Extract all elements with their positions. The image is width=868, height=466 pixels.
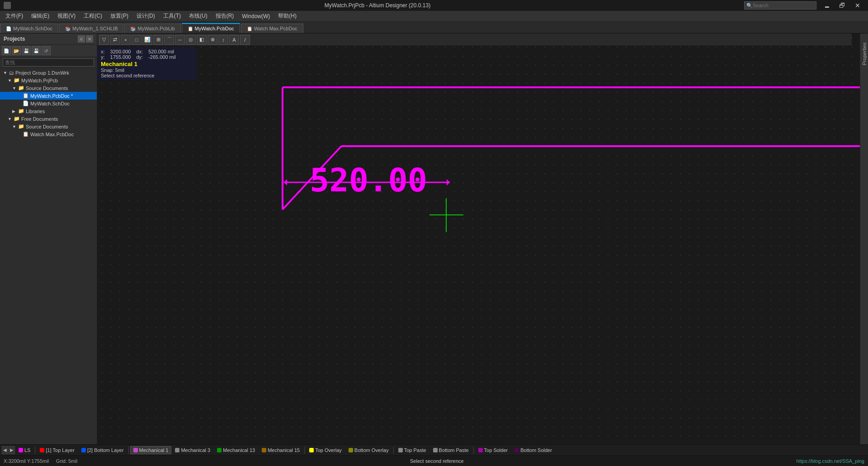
tree-item-3[interactable]: 📋 MyWatch.PcbDoc * [0, 92, 97, 100]
menu-file[interactable]: 文件(F) [2, 11, 27, 21]
layer-mech13[interactable]: Mechanical 13 [214, 446, 258, 454]
coord-overlay: x: 3200.000 dx: 520.000 mil y: 1755.000 … [97, 47, 197, 80]
panel-save-btn[interactable]: 💾 [22, 46, 31, 55]
line-btn[interactable]: / [240, 35, 250, 45]
layer-dot-mech15 [262, 448, 266, 452]
layer-top[interactable]: [1] Top Layer [37, 446, 77, 454]
menu-design[interactable]: 设计(D) [133, 11, 159, 21]
measure-btn[interactable]: ↔ [175, 35, 185, 45]
tab-watchmax[interactable]: 📋 Watch Max.PcbDoc [241, 24, 303, 33]
layer-dot-topoverlay [309, 448, 314, 452]
tree-item-2[interactable]: ▼ 📁 Source Documents [0, 84, 97, 92]
layer-dot-ls [19, 448, 23, 452]
filter-btn[interactable]: ▽ [99, 35, 109, 45]
menu-view[interactable]: 视图(V) [54, 11, 79, 21]
menu-project[interactable]: 工程(C) [80, 11, 106, 21]
layer-toppaste[interactable]: Top Paste [395, 446, 429, 454]
dim-arrow-left [284, 179, 287, 185]
tree-item-6[interactable]: ▼ 📁 Free Documents [0, 115, 97, 123]
panel-saveall-btn[interactable]: 💾 [32, 46, 41, 55]
via-btn[interactable]: ◎ [186, 35, 196, 45]
chart-btn[interactable]: 📊 [142, 35, 152, 45]
keepout-btn[interactable]: ⊗ [208, 35, 217, 45]
text-btn[interactable]: A [229, 35, 239, 45]
tree-item-0[interactable]: ▼ 🗂 Project Group 1.DsnWrk [0, 69, 97, 76]
layer-mech3[interactable]: Mechanical 3 [172, 446, 213, 454]
select-info: Select second reference [101, 73, 193, 78]
pcb-canvas: 520.00 [97, 33, 860, 444]
snap-info: Snap: 5mil [101, 67, 193, 73]
route-btn[interactable]: ⌒ [164, 35, 174, 45]
menu-report[interactable]: 报告(R) [212, 11, 238, 21]
menu-route[interactable]: 布线(U) [185, 11, 211, 21]
tree-item-7[interactable]: ▼ 📁 Source Documents [0, 123, 97, 130]
main-area: Projects ≡ ✕ 📄 📂 💾 💾 ↺ ▼ 🗂 Project Group… [0, 33, 868, 444]
tree-item-5[interactable]: ▶ 📁 Libraries [0, 107, 97, 115]
menubar: 文件(F) 编辑(E) 视图(V) 工程(C) 放置(P) 设计(D) 工具(T… [0, 11, 868, 22]
y-value: 1755.000 [110, 54, 131, 60]
layer-botsolder[interactable]: Bottom Solder [511, 446, 555, 454]
status-coord: X:3200mil Y:1755mil [4, 458, 49, 464]
tab-schdoc[interactable]: 📄 MyWatch.SchDoc [0, 24, 58, 33]
interactive-btn[interactable]: ⇄ [110, 35, 120, 45]
restore-button[interactable]: 🗗 [835, 1, 849, 10]
minimize-button[interactable]: 🗕 [820, 1, 834, 10]
menu-help[interactable]: 帮助(H) [274, 11, 300, 21]
status-grid: Grid: 5mil [56, 458, 77, 464]
layer-topoverlay[interactable]: Top Overlay [306, 446, 345, 454]
layer-dot-botpaste [433, 448, 438, 452]
tree-icon-2: 📁 [18, 85, 24, 91]
search-input[interactable] [753, 3, 811, 8]
add-btn[interactable]: + [121, 35, 131, 45]
layer-btn[interactable]: ◧ [197, 35, 207, 45]
menu-tools[interactable]: 工具(T) [160, 11, 184, 21]
layer-botpaste[interactable]: Bottom Paste [430, 446, 472, 454]
tab-pcblib-icon: 📚 [130, 26, 136, 31]
tree-icon-7: 📁 [18, 124, 24, 129]
menu-window[interactable]: Window(W) [238, 12, 274, 20]
layer-topsolder[interactable]: Top Solder [475, 446, 511, 454]
panel-open-btn[interactable]: 📂 [12, 46, 21, 55]
rect-btn[interactable]: □ [132, 35, 142, 45]
tree-arrow-0: ▼ [3, 71, 8, 75]
coord-y-line: y: 1755.000 dy: -265.000 mil [101, 54, 193, 60]
panel-refresh-btn[interactable]: ↺ [42, 46, 51, 55]
layer-botoverlay[interactable]: Bottom Overlay [345, 446, 392, 454]
tree-item-4[interactable]: 📄 MyWatch.SchDoc [0, 100, 97, 107]
layerbar: ◀ ▶ LS [1] Top Layer [2] Bottom Layer Me… [0, 444, 868, 455]
layer-mech1[interactable]: Mechanical 1 [130, 446, 172, 454]
left-panel: Projects ≡ ✕ 📄 📂 💾 💾 ↺ ▼ 🗂 Project Group… [0, 33, 97, 444]
dim-btn[interactable]: ↕ [218, 35, 228, 45]
canvas-area[interactable]: ▽ ⇄ + □ 📊 ⊞ ⌒ ↔ ◎ ◧ ⊗ ↕ A / x: 3200.000 … [97, 33, 860, 444]
layer-mech15[interactable]: Mechanical 15 [259, 446, 303, 454]
layer-bottom[interactable]: [2] Bottom Layer [78, 446, 127, 454]
tree-item-8[interactable]: 📋 Watch Max.PcbDoc [0, 130, 97, 138]
tree-item-1[interactable]: ▼ 📁 MyWatch.PrjPcb [0, 76, 97, 84]
tree-icon-8: 📋 [23, 131, 29, 137]
panel-new-btn[interactable]: 📄 [2, 46, 11, 55]
layer-nav-next[interactable]: ▶ [9, 446, 15, 454]
close-button[interactable]: ✕ [851, 1, 864, 10]
project-tree: ▼ 🗂 Project Group 1.DsnWrk ▼ 📁 MyWatch.P… [0, 68, 97, 444]
x-value: 3200.000 [110, 49, 131, 54]
tab-schlib[interactable]: 📚 MyWatch_1.SCHLIB [59, 24, 123, 33]
layer-nav-prev[interactable]: ◀ [2, 446, 8, 454]
tab-pcbdoc[interactable]: 📋 MyWatch.PcbDoc [182, 23, 240, 33]
statusbar-left: X:3200mil Y:1755mil Grid: 5mil [4, 458, 77, 464]
statusbar-url[interactable]: https://blog.csdn.net/SSA_ping [797, 458, 864, 464]
layer-dot-botoverlay [349, 448, 353, 452]
layer-ls[interactable]: LS [15, 446, 33, 454]
panel-search-input[interactable] [3, 58, 94, 67]
tab-pcblib[interactable]: 📚 MyWatch.PcbLib [124, 24, 180, 33]
panel-title: Projects [4, 36, 25, 42]
panel-menu-btn[interactable]: ≡ [78, 35, 85, 43]
menu-edit[interactable]: 编辑(E) [28, 11, 53, 21]
properties-label[interactable]: Properties [862, 43, 867, 65]
menu-place[interactable]: 放置(P) [107, 11, 132, 21]
panel-close-btn[interactable]: ✕ [86, 35, 93, 43]
window-title: MyWatch.PrjPcb - Altium Designer (20.0.1… [11, 2, 744, 9]
tab-schdoc-icon: 📄 [6, 26, 11, 31]
component-btn[interactable]: ⊞ [153, 35, 163, 45]
tree-icon-6: 📁 [14, 116, 20, 122]
panel-buttons: ≡ ✕ [78, 35, 93, 43]
